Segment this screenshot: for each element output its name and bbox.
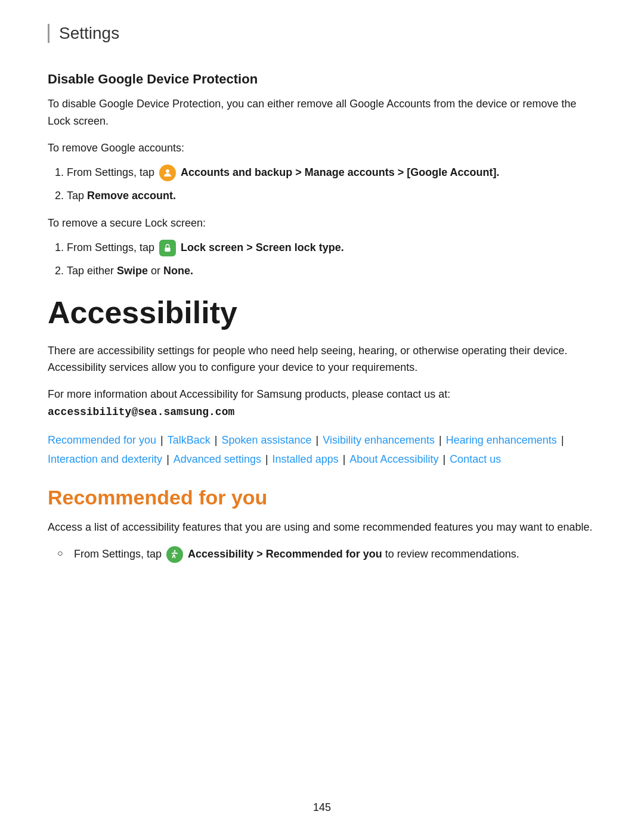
lock-step1: From Settings, tap Lock screen > Screen … [67, 239, 596, 257]
step1-prefix: From Settings, tap [67, 166, 154, 178]
recommended-section: Recommended for you Access a list of acc… [48, 486, 596, 563]
accessibility-icon [166, 546, 183, 563]
link-recommended-for-you[interactable]: Recommended for you [48, 434, 156, 446]
link-about-accessibility[interactable]: About Accessibility [349, 453, 438, 465]
page-title: Settings [59, 24, 119, 42]
recommended-bullet-bold: Accessibility > Recommended for you [188, 548, 382, 560]
link-advanced-settings[interactable]: Advanced settings [174, 453, 261, 465]
link-hearing-enhancements[interactable]: Hearing enhancements [446, 434, 557, 446]
svg-point-2 [174, 550, 176, 552]
disable-intro: To disable Google Device Protection, you… [48, 95, 596, 130]
svg-point-0 [166, 169, 169, 173]
lock-step2-bold2: None. [163, 265, 193, 277]
recommended-list: From Settings, tap Accessibility > Recom… [57, 545, 596, 563]
link-spoken-assistance[interactable]: Spoken assistance [222, 434, 312, 446]
remove-accounts-step2: Tap Remove account. [67, 187, 596, 205]
link-contact-us[interactable]: Contact us [450, 453, 501, 465]
accessibility-intro1: There are accessibility settings for peo… [48, 342, 596, 377]
link-talkback[interactable]: TalkBack [168, 434, 210, 446]
recommended-intro: Access a list of accessibility features … [48, 519, 596, 536]
lock-step2-bold1: Swipe [117, 265, 148, 277]
lock-step2: Tap either Swipe or None. [67, 262, 596, 280]
svg-rect-1 [165, 247, 170, 252]
step2-bold: Remove account. [87, 190, 176, 202]
remove-accounts-label: To remove Google accounts: [48, 140, 596, 157]
remove-accounts-list: From Settings, tap Accounts and backup >… [67, 163, 596, 205]
accounts-icon [159, 165, 176, 181]
disable-section: Disable Google Device Protection To disa… [48, 72, 596, 280]
recommended-bullet1: From Settings, tap Accessibility > Recom… [57, 545, 596, 563]
accessibility-email: accessibility@sea.samsung.com [48, 406, 234, 418]
recommended-heading: Recommended for you [48, 486, 596, 509]
page-number: 145 [0, 801, 644, 814]
page-header: Settings [48, 24, 596, 43]
remove-lock-label: To remove a secure Lock screen: [48, 215, 596, 232]
page: Settings Disable Google Device Protectio… [0, 0, 644, 833]
accessibility-intro2-prefix: For more information about Accessibility… [48, 388, 450, 400]
accessibility-intro2: For more information about Accessibility… [48, 386, 596, 421]
lock-step1-bold: Lock screen > Screen lock type. [181, 241, 344, 253]
lock-icon [159, 240, 176, 256]
link-visibility-enhancements[interactable]: Visibility enhancements [323, 434, 435, 446]
step1-bold: Accounts and backup > Manage accounts > … [181, 166, 499, 178]
accessibility-main-heading: Accessibility [48, 295, 596, 330]
link-interaction-dexterity[interactable]: Interaction and dexterity [48, 453, 162, 465]
step2-text: Tap Remove account. [67, 190, 176, 202]
recommended-bullet-suffix-text: to review recommendations. [385, 548, 519, 560]
remove-accounts-step1: From Settings, tap Accounts and backup >… [67, 163, 596, 182]
recommended-bullet-prefix: From Settings, tap [74, 548, 162, 560]
lock-step1-prefix: From Settings, tap [67, 241, 154, 253]
link-installed-apps[interactable]: Installed apps [273, 453, 339, 465]
accessibility-links-nav: Recommended for you | TalkBack | Spoken … [48, 431, 596, 469]
disable-heading: Disable Google Device Protection [48, 72, 596, 87]
remove-lock-list: From Settings, tap Lock screen > Screen … [67, 239, 596, 280]
lock-step2-text: Tap either Swipe or None. [67, 265, 193, 277]
